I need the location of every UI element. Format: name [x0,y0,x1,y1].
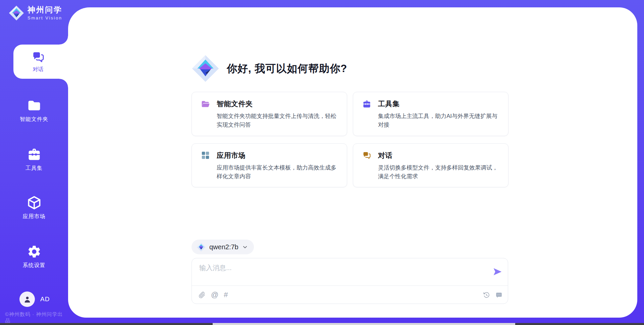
main-content: 你好, 我可以如何帮助你? 智能文件夹 智能文件夹功能支持批量文件上传与清洗，轻… [68,7,637,318]
greeting-gem-icon [192,55,219,82]
sidebar-item-label: 应用市场 [23,213,46,220]
user-profile[interactable]: AD [19,291,50,307]
person-icon [23,295,32,304]
mention-button[interactable]: @ [211,291,218,299]
card-smart-folder[interactable]: 智能文件夹 智能文件夹功能支持批量文件上传与清洗，轻松实现文件问答 [192,92,347,136]
card-description: 应用市场提供丰富长文本模板，助力高效生成多样化文章内容 [217,164,338,181]
brand-gem-icon [9,5,24,21]
model-gem-icon [197,243,206,252]
sidebar-item-settings[interactable]: 系统设置 [0,244,68,269]
brand-logo: 神州问学 Smart Vision [9,5,62,21]
message-composer: @ # [192,258,508,304]
chat-mode-button[interactable] [495,291,502,299]
attach-icon [199,291,206,299]
gear-icon [27,244,42,259]
card-description: 集成市场上主流工具，助力AI与外界无缝扩展与对接 [378,112,499,130]
sidebar-item-label: 智能文件夹 [20,116,48,123]
sidebar-item-label: 系统设置 [23,262,46,269]
sidebar-item-toolkit[interactable]: 工具集 [0,147,68,172]
card-title: 工具集 [378,99,400,109]
chat-bubbles-icon [362,151,371,160]
greeting: 你好, 我可以如何帮助你? [192,55,347,82]
model-selector[interactable]: qwen2:7b [192,240,254,254]
card-chat[interactable]: 对话 灵活切换多模型文件，支持多样回复效果调试，满足个性化需求 [353,143,508,188]
card-description: 灵活切换多模型文件，支持多样回复效果调试，满足个性化需求 [378,164,499,181]
card-toolkit[interactable]: 工具集 集成市场上主流工具，助力AI与外界无缝扩展与对接 [353,92,508,136]
sidebar: 神州问学 Smart Vision 对话 智能文件夹 工具集 应用市场 [0,0,68,323]
chat-bubbles-icon [32,50,45,64]
model-name: qwen2:7b [209,243,238,251]
history-icon [483,291,490,299]
sidebar-item-app-market[interactable]: 应用市场 [0,195,68,220]
composer-toolbar: @ # [199,286,502,304]
card-title: 智能文件夹 [217,99,253,109]
folder-open-icon [201,100,210,109]
card-title: 对话 [378,151,392,160]
toolbox-icon [362,100,371,109]
feature-cards: 智能文件夹 智能文件夹功能支持批量文件上传与清洗，轻松实现文件问答 工具集 集成… [192,92,508,187]
message-input[interactable] [199,263,484,283]
card-title: 应用市场 [217,151,246,160]
attach-button[interactable] [199,291,206,299]
command-button[interactable]: # [224,291,228,299]
folder-icon [27,98,42,113]
avatar [19,291,35,307]
sidebar-item-label: 工具集 [25,165,43,172]
card-app-market[interactable]: 应用市场 应用市场提供丰富长文本模板，助力高效生成多样化文章内容 [192,143,347,188]
window-bottom-edge [0,323,644,325]
send-icon [492,266,503,277]
brand-subtitle: Smart Vision [28,15,62,20]
brand-name: 神州问学 [28,6,62,14]
sidebar-item-smart-folder[interactable]: 智能文件夹 [0,98,68,123]
cube-icon [27,195,42,210]
app-grid-icon [201,151,210,160]
history-button[interactable] [483,291,490,299]
sidebar-item-chat[interactable]: 对话 [13,45,68,79]
chevron-down-icon [242,244,248,250]
copyright-text: ©神州数码 · 神州问学出品 [5,311,68,324]
sidebar-item-label: 对话 [33,66,44,73]
send-button[interactable] [492,266,503,277]
user-initials: AD [40,296,50,303]
greeting-text: 你好, 我可以如何帮助你? [227,62,347,76]
card-description: 智能文件夹功能支持批量文件上传与清洗，轻松实现文件问答 [217,112,338,130]
toolbox-icon [27,147,42,162]
chat-square-icon [495,291,502,299]
